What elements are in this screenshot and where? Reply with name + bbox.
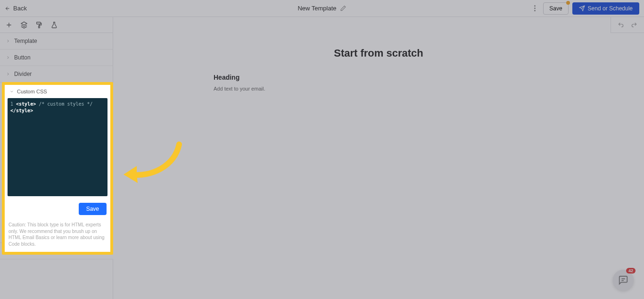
send-schedule-button[interactable]: Send or Schedule [572,2,639,15]
custom-css-header[interactable]: Custom CSS [5,85,110,98]
plus-icon[interactable] [5,21,13,29]
header-title-wrap: New Template [297,5,346,12]
paint-roller-icon[interactable] [35,21,43,29]
chat-badge: 42 [626,268,636,274]
panel-label: Button [14,54,31,61]
svg-rect-1 [39,26,40,28]
back-button[interactable]: Back [5,5,27,12]
email-heading[interactable]: Heading [214,74,544,81]
panel-divider[interactable]: Divider [0,66,113,83]
undo-redo-bar [611,17,644,33]
panel-label: Divider [14,71,32,77]
email-body[interactable]: Start from scratch Heading Add text to y… [200,33,557,108]
canvas-wrap: Start from scratch Heading Add text to y… [113,17,644,299]
chevron-right-icon [6,39,10,43]
header-actions: Save Send or Schedule [530,2,639,15]
layers-icon[interactable] [20,21,28,29]
canvas-gutter-right [557,33,644,108]
code-open-tag: <style> [16,101,36,107]
svg-rect-0 [37,22,41,24]
panel-button[interactable]: Button [0,50,113,66]
sidebar-toolbar [0,17,113,33]
arrow-left-icon [5,6,10,11]
flask-icon[interactable] [50,21,58,29]
chevron-right-icon [6,72,10,76]
redo-icon[interactable] [631,22,637,28]
email-body-text[interactable]: Add text to your email. [214,86,544,91]
css-caution-text: Caution: This block type is for HTML exp… [5,219,110,252]
more-menu-button[interactable] [530,4,539,13]
code-close-tag: </style> [10,108,33,113]
custom-css-title: Custom CSS [17,89,47,94]
pencil-icon[interactable] [340,5,347,11]
undo-icon[interactable] [618,22,624,28]
css-code-editor[interactable]: 1<style> /* custom styles */ </style> [8,98,107,196]
send-icon [579,5,585,11]
top-header: Back New Template Save Send or Schedule [0,0,644,17]
canvas-gutter-left [113,33,200,108]
custom-css-highlight: Custom CSS 1<style> /* custom styles */ … [2,82,113,255]
code-line-number: 1 [10,101,13,107]
chat-icon [618,275,628,285]
email-title: Start from scratch [214,47,544,59]
save-button[interactable]: Save [543,2,568,15]
chevron-right-icon [6,55,10,60]
code-comment: /* custom styles */ [39,101,92,107]
css-save-button[interactable]: Save [79,203,107,215]
back-label: Back [13,5,27,12]
email-canvas[interactable]: Start from scratch Heading Add text to y… [113,33,644,299]
chat-widget[interactable]: 42 [613,270,634,291]
panel-label: Template [14,38,37,44]
send-label: Send or Schedule [588,5,633,12]
template-title[interactable]: New Template [297,5,336,12]
chevron-down-icon [9,89,14,94]
panel-template[interactable]: Template [0,33,113,50]
